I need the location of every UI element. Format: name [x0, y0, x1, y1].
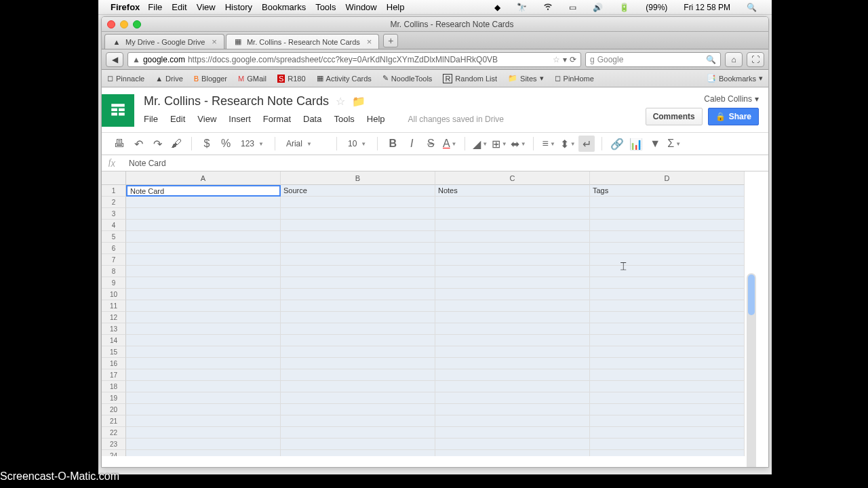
fill-color-icon[interactable]: ◢▼	[472, 136, 488, 152]
currency-icon[interactable]: $	[199, 136, 215, 152]
sheets-menu-format[interactable]: Format	[263, 114, 291, 124]
strike-icon[interactable]: S	[422, 136, 439, 152]
cell[interactable]	[281, 220, 435, 231]
bookmark-sites[interactable]: 📁Sites▾	[508, 74, 543, 83]
cell[interactable]	[435, 231, 590, 243]
cell[interactable]	[435, 277, 590, 289]
bookmarks-menu[interactable]: 📑Bookmarks▾	[707, 74, 763, 83]
row-header[interactable]: 20	[102, 404, 126, 415]
cell[interactable]	[281, 323, 435, 335]
insert-chart-icon[interactable]: 📊	[628, 136, 644, 152]
percent-icon[interactable]: %	[218, 136, 234, 152]
close-tab-icon[interactable]: ×	[367, 37, 372, 47]
redo-icon[interactable]: ↷	[149, 136, 165, 152]
cell[interactable]	[281, 415, 435, 427]
cell[interactable]	[590, 266, 745, 277]
cell[interactable]	[126, 312, 281, 323]
borders-icon[interactable]: ⊞▼	[491, 136, 507, 152]
cell[interactable]	[590, 208, 745, 220]
status-icon[interactable]: ◆	[494, 3, 500, 12]
cell[interactable]	[281, 208, 435, 220]
cell[interactable]	[590, 358, 745, 369]
functions-icon[interactable]: Σ▼	[666, 136, 682, 152]
cell[interactable]	[590, 450, 745, 456]
binoculars-icon[interactable]: 🔭	[517, 3, 527, 12]
cell[interactable]	[281, 300, 435, 312]
back-button[interactable]: ◀	[106, 52, 123, 67]
spreadsheet-grid[interactable]: 1234567891011121314151617181920212223242…	[102, 171, 768, 456]
bookmark-blogger[interactable]: BBlogger	[194, 75, 227, 83]
cell[interactable]: Tags	[590, 185, 745, 197]
user-menu[interactable]: Caleb Collins▾	[704, 94, 759, 104]
formula-bar[interactable]: fX Note Card	[102, 155, 768, 171]
row-header[interactable]: 24	[102, 450, 126, 456]
document-title[interactable]: Mr. Collins - Research Note Cards	[144, 94, 329, 108]
close-icon[interactable]	[107, 20, 115, 28]
new-tab-button[interactable]: +	[383, 34, 398, 47]
folder-icon[interactable]: 📁	[352, 95, 366, 108]
cell[interactable]	[126, 346, 281, 358]
cell[interactable]	[435, 220, 590, 231]
cell[interactable]	[435, 369, 590, 381]
menu-window[interactable]: Window	[346, 2, 377, 12]
cell[interactable]	[435, 381, 590, 392]
cell[interactable]	[590, 415, 745, 427]
battery-icon[interactable]: 🔋	[619, 3, 629, 12]
menu-edit[interactable]: Edit	[172, 2, 186, 12]
row-header[interactable]: 2	[102, 197, 126, 208]
url-input[interactable]: ▲ google.com https://docs.google.com/spr…	[127, 52, 581, 67]
cell[interactable]	[435, 197, 590, 208]
row-header[interactable]: 4	[102, 220, 126, 231]
cell[interactable]	[590, 243, 745, 254]
cell[interactable]	[126, 369, 281, 381]
volume-icon[interactable]: 🔊	[593, 3, 603, 12]
cell[interactable]: Note Card	[126, 185, 281, 197]
cell[interactable]	[590, 346, 745, 358]
row-header[interactable]: 9	[102, 277, 126, 289]
cell[interactable]	[126, 300, 281, 312]
cell[interactable]	[126, 289, 281, 300]
cell[interactable]	[435, 300, 590, 312]
bookmark-noodle[interactable]: ✎NoodleTools	[382, 74, 433, 83]
number-format-select[interactable]: 123▼	[237, 136, 268, 152]
bookmark-pinnacle[interactable]: ◻Pinnacle	[107, 74, 144, 83]
cell[interactable]	[435, 392, 590, 404]
bookmark-pinhome[interactable]: ◻PinHome	[555, 74, 594, 83]
share-button[interactable]: 🔒Share	[708, 108, 759, 125]
cell[interactable]	[435, 427, 590, 439]
row-header[interactable]: 12	[102, 312, 126, 323]
cell[interactable]	[435, 266, 590, 277]
sheets-menu-edit[interactable]: Edit	[170, 114, 185, 124]
cell[interactable]	[281, 243, 435, 254]
cell[interactable]	[126, 323, 281, 335]
cell[interactable]	[126, 392, 281, 404]
sheets-menu-data[interactable]: Data	[303, 114, 321, 124]
spotlight-icon[interactable]: 🔍	[747, 3, 757, 12]
sheets-menu-file[interactable]: File	[144, 114, 158, 124]
cell[interactable]	[590, 381, 745, 392]
cell[interactable]	[435, 243, 590, 254]
cell[interactable]	[590, 427, 745, 439]
close-tab-icon[interactable]: ×	[212, 37, 217, 47]
menu-history[interactable]: History	[225, 2, 252, 12]
cell[interactable]	[435, 404, 590, 415]
cell[interactable]: Notes	[435, 185, 590, 197]
col-header-c[interactable]: C	[435, 171, 590, 185]
wifi-icon[interactable]	[543, 1, 553, 13]
row-header[interactable]: 1	[102, 185, 126, 197]
dropdown-icon[interactable]: ▾	[563, 55, 567, 64]
filter-icon[interactable]: ▼	[647, 136, 663, 152]
star-icon[interactable]: ☆	[336, 95, 345, 108]
tab-sheets[interactable]: ▦ Mr. Collins - Research Note Cards ×	[226, 34, 379, 49]
row-header[interactable]: 11	[102, 300, 126, 312]
cell[interactable]	[281, 312, 435, 323]
row-header[interactable]: 23	[102, 439, 126, 450]
insert-link-icon[interactable]: 🔗	[609, 136, 625, 152]
cell[interactable]	[435, 358, 590, 369]
menu-bookmarks[interactable]: Bookmarks	[262, 2, 306, 12]
menu-view[interactable]: View	[197, 2, 216, 12]
menu-tools[interactable]: Tools	[315, 2, 336, 12]
bookmark-r180[interactable]: SR180	[277, 75, 306, 83]
row-header[interactable]: 22	[102, 427, 126, 439]
cell[interactable]	[281, 254, 435, 266]
